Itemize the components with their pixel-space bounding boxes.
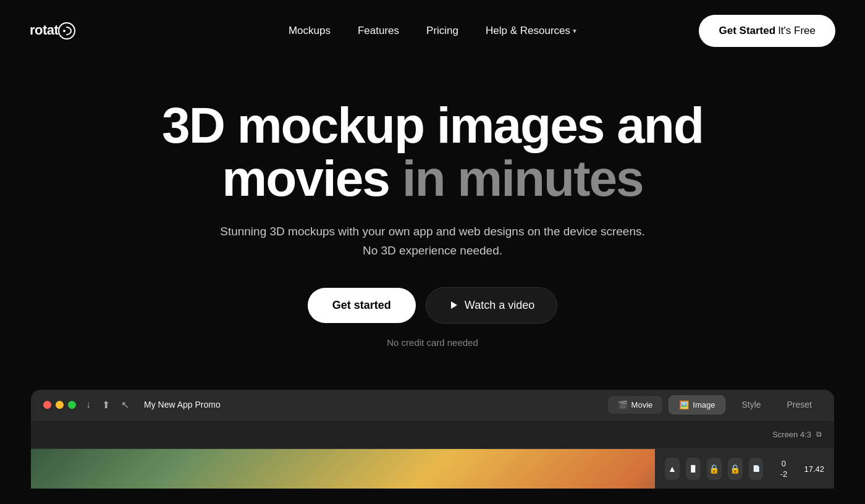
movie-tab-button[interactable]: 🎬 Movie bbox=[608, 396, 663, 414]
hero-section: 3D mockup images and movies in minutes S… bbox=[0, 62, 865, 377]
app-toolbar: Screen 4:3 ⧉ bbox=[31, 421, 834, 449]
screen-label: Screen 4:3 ⧉ bbox=[772, 430, 822, 439]
app-content-area: ▲ ▐▌ 🔒 🔒 📄 0 -2 17.42 bbox=[31, 449, 834, 489]
app-preview: ↓ ⬆ ↖ My New App Promo 🎬 Movie 🖼️ Image … bbox=[31, 390, 834, 489]
style-label: Style bbox=[732, 400, 770, 410]
svg-point-0 bbox=[59, 23, 75, 39]
app-title: My New App Promo bbox=[144, 400, 221, 410]
nav-link-pricing[interactable]: Pricing bbox=[415, 20, 470, 42]
control-value-dec: 17.42 bbox=[804, 464, 824, 474]
navbar: rotat Mockups Features Pricing Help & Re… bbox=[0, 0, 865, 62]
app-titlebar: ↓ ⬆ ↖ My New App Promo 🎬 Movie 🖼️ Image … bbox=[31, 390, 834, 421]
traffic-light-green[interactable] bbox=[68, 401, 76, 409]
preset-label: Preset bbox=[777, 400, 822, 410]
titlebar-right: 🎬 Movie 🖼️ Image Style Preset bbox=[608, 395, 822, 414]
download-icon[interactable]: ↓ bbox=[86, 399, 91, 410]
chevron-down-icon: ▾ bbox=[573, 27, 576, 35]
image-tab-button[interactable]: 🖼️ Image bbox=[669, 395, 725, 414]
traffic-light-red[interactable] bbox=[43, 401, 51, 409]
hero-title: 3D mockup images and movies in minutes bbox=[162, 99, 703, 205]
logo-text: rotat bbox=[30, 22, 75, 40]
hero-buttons: Get started Watch a video bbox=[308, 287, 557, 324]
cursor-icon[interactable]: ↖ bbox=[121, 399, 129, 411]
svg-point-1 bbox=[63, 30, 65, 32]
controls-panel: ▲ ▐▌ 🔒 🔒 📄 0 -2 17.42 bbox=[655, 449, 834, 489]
control-icon-4[interactable]: 📄 bbox=[749, 458, 764, 480]
nav-link-features[interactable]: Features bbox=[347, 20, 410, 42]
titlebar-icons: ↓ ⬆ ↖ bbox=[86, 399, 129, 411]
play-icon bbox=[449, 300, 458, 310]
control-icon-2[interactable]: 🔒 bbox=[707, 458, 722, 480]
no-credit-text: No credit card needed bbox=[387, 337, 478, 348]
watch-video-button[interactable]: Watch a video bbox=[426, 287, 557, 324]
control-value-0: 0 bbox=[774, 459, 793, 468]
svg-marker-2 bbox=[451, 301, 457, 309]
control-icon-1[interactable]: ▐▌ bbox=[686, 458, 701, 480]
get-started-button[interactable]: Get Started It's Free bbox=[699, 15, 835, 47]
traffic-light-yellow[interactable] bbox=[56, 401, 64, 409]
nav-links: Mockups Features Pricing Help & Resource… bbox=[277, 20, 588, 42]
get-started-hero-button[interactable]: Get started bbox=[308, 288, 416, 323]
nav-link-help[interactable]: Help & Resources ▾ bbox=[475, 20, 588, 42]
screen-settings-icon[interactable]: ⧉ bbox=[816, 430, 822, 439]
control-icon-3[interactable]: 🔒 bbox=[728, 458, 743, 480]
control-up-button[interactable]: ▲ bbox=[665, 458, 680, 480]
hero-subtitle: Stunning 3D mockups with your own app an… bbox=[216, 222, 649, 260]
share-icon[interactable]: ⬆ bbox=[102, 399, 110, 411]
logo[interactable]: rotat bbox=[30, 22, 75, 40]
control-value-neg2: -2 bbox=[780, 469, 788, 479]
traffic-lights bbox=[43, 401, 76, 409]
nav-link-mockups[interactable]: Mockups bbox=[277, 20, 342, 42]
